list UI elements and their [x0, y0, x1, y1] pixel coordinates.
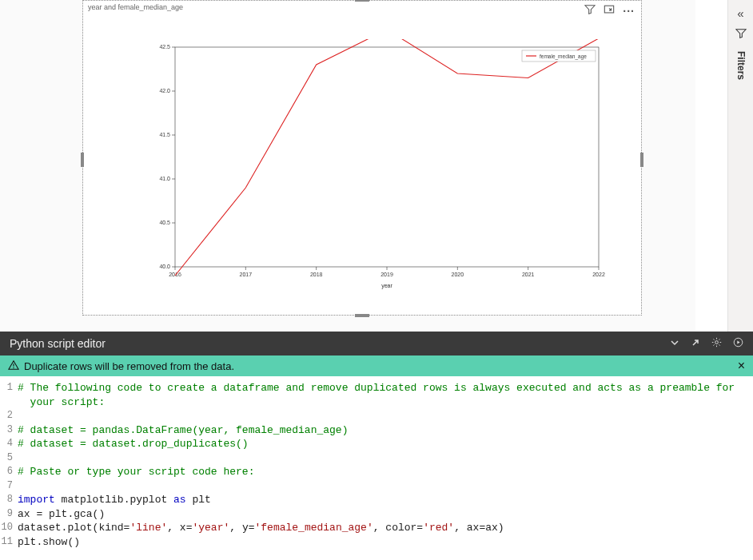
code-content[interactable]: ax = plt.gca() — [18, 507, 753, 522]
code-line[interactable]: 4# dataset = dataset.drop_duplicates() — [0, 437, 753, 451]
code-content[interactable]: plt.show() — [18, 535, 753, 550]
code-line[interactable]: 3# dataset = pandas.DataFrame(year, fema… — [0, 423, 753, 438]
line-number: 10 — [0, 521, 18, 535]
script-editor-body[interactable]: 1# The following code to create a datafr… — [0, 376, 753, 560]
warning-banner: Duplicate rows will be removed from the … — [0, 355, 753, 376]
python-visual-container[interactable]: year and female_median_age ··· 40.040.54… — [82, 0, 642, 316]
code-line[interactable]: 7 — [0, 479, 753, 494]
line-number: 5 — [0, 451, 18, 466]
svg-text:2019: 2019 — [380, 272, 393, 277]
code-line[interactable]: 5 — [0, 451, 753, 466]
code-content[interactable]: import matplotlib.pyplot as plt — [18, 493, 753, 507]
line-number: 11 — [0, 535, 18, 550]
filters-pane-label: Filters — [735, 51, 747, 80]
resize-handle-right[interactable] — [640, 153, 643, 167]
script-options-icon[interactable] — [711, 337, 722, 350]
svg-point-32 — [715, 341, 719, 344]
svg-text:41.0: 41.0 — [159, 176, 170, 181]
line-chart-svg: 40.040.541.041.542.042.52016201720182019… — [131, 39, 611, 291]
line-number: 9 — [0, 507, 18, 522]
code-line[interactable]: 8import matplotlib.pyplot as plt — [0, 493, 753, 507]
script-editor-title: Python script editor — [10, 337, 670, 350]
code-content[interactable] — [18, 409, 753, 423]
svg-text:42.0: 42.0 — [159, 88, 170, 93]
code-line[interactable]: 2 — [0, 409, 753, 423]
collapse-editor-icon[interactable] — [670, 338, 679, 350]
code-content[interactable]: # dataset = pandas.DataFrame(year, femal… — [18, 423, 753, 438]
svg-text:2017: 2017 — [240, 272, 253, 277]
code-line[interactable]: 1# The following code to create a datafr… — [0, 381, 753, 395]
chart-plot: 40.040.541.041.542.042.52016201720182019… — [131, 39, 611, 291]
svg-text:40.0: 40.0 — [159, 264, 170, 269]
popout-editor-icon[interactable] — [691, 338, 700, 350]
svg-text:2018: 2018 — [310, 272, 323, 277]
code-content[interactable]: your script: — [18, 395, 753, 410]
line-number: 3 — [0, 423, 18, 438]
svg-rect-1 — [175, 47, 599, 267]
code-line[interactable]: 6# Paste or type your script code here: — [0, 465, 753, 479]
line-number: 2 — [0, 409, 18, 423]
resize-handle-top[interactable] — [355, 0, 369, 2]
resize-handle-bottom[interactable] — [355, 314, 369, 317]
svg-text:year: year — [381, 283, 392, 289]
report-canvas[interactable]: year and female_median_age ··· 40.040.54… — [0, 0, 695, 332]
script-editor-header: Python script editor — [0, 332, 753, 355]
line-number — [0, 395, 18, 410]
svg-text:2020: 2020 — [452, 272, 464, 277]
code-line[interactable]: your script: — [0, 395, 753, 410]
svg-text:41.5: 41.5 — [159, 132, 170, 137]
code-content[interactable] — [18, 479, 753, 494]
filter-icon[interactable] — [584, 4, 596, 18]
code-content[interactable]: # Paste or type your script code here: — [18, 465, 753, 479]
resize-handle-left[interactable] — [81, 153, 84, 167]
svg-text:2021: 2021 — [522, 272, 535, 277]
code-content[interactable] — [18, 451, 753, 466]
more-options-icon[interactable]: ··· — [623, 5, 635, 18]
code-content[interactable]: # dataset = dataset.drop_duplicates() — [18, 437, 753, 451]
svg-rect-0 — [605, 6, 614, 13]
focus-mode-icon[interactable] — [604, 4, 615, 18]
warning-icon — [8, 359, 19, 373]
svg-text:40.5: 40.5 — [159, 220, 170, 225]
svg-text:female_median_age: female_median_age — [540, 54, 587, 60]
svg-text:42.5: 42.5 — [159, 44, 170, 50]
svg-text:2016: 2016 — [169, 272, 181, 277]
run-script-icon[interactable] — [733, 337, 743, 350]
code-line[interactable]: 11plt.show() — [0, 535, 753, 550]
svg-text:2022: 2022 — [592, 272, 605, 277]
svg-point-35 — [13, 367, 14, 367]
code-content[interactable]: # The following code to create a datafra… — [18, 381, 753, 395]
warning-text: Duplicate rows will be removed from the … — [24, 360, 234, 372]
line-number: 4 — [0, 437, 18, 451]
filters-pane-collapsed[interactable]: « Filters — [727, 0, 753, 332]
line-number: 6 — [0, 465, 18, 479]
expand-pane-icon[interactable]: « — [737, 6, 743, 20]
code-line[interactable]: 10dataset.plot(kind='line', x='year', y=… — [0, 521, 753, 535]
visual-title: year and female_median_age — [88, 3, 183, 11]
code-line[interactable]: 9ax = plt.gca() — [0, 507, 753, 522]
line-number: 7 — [0, 479, 18, 494]
line-number: 1 — [0, 381, 18, 395]
filters-icon[interactable] — [735, 28, 747, 42]
close-icon[interactable]: × — [738, 359, 745, 373]
code-content[interactable]: dataset.plot(kind='line', x='year', y='f… — [18, 521, 753, 535]
line-number: 8 — [0, 493, 18, 507]
